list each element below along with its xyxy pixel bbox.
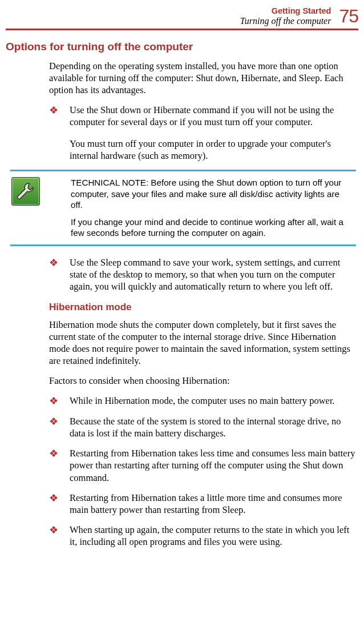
page-number: 75 xyxy=(339,6,358,27)
list-item: ❖ Restarting from Hibernation takes a li… xyxy=(49,492,356,516)
bullet-icon: ❖ xyxy=(49,447,70,483)
note-paragraph: TECHNICAL NOTE: Before using the Shut do… xyxy=(71,177,353,210)
list-item: ❖ Restarting from Hibernation takes less… xyxy=(49,447,356,483)
bullet-icon: ❖ xyxy=(49,395,70,407)
bullet-text: Restarting from Hibernation takes less t… xyxy=(70,447,356,483)
list-item: ❖ Because the state of the system is sto… xyxy=(49,415,356,439)
bullet-text: Restarting from Hibernation takes a litt… xyxy=(70,492,356,516)
bullet-text: Use the Sleep command to save your work,… xyxy=(70,256,356,292)
heading-hibernation: Hibernation mode xyxy=(49,302,356,313)
hibernation-factors-label: Factors to consider when choosing Hibern… xyxy=(49,375,356,387)
list-item: ❖ Use the Shut down or Hibernate command… xyxy=(49,104,356,128)
hibernation-paragraph: Hibernation mode shuts the computer down… xyxy=(49,319,356,367)
list-item: ❖ When starting up again, the computer r… xyxy=(49,524,356,548)
note-paragraph: If you change your mind and decide to co… xyxy=(71,216,353,239)
bullet-icon: ❖ xyxy=(49,524,70,548)
bullet-icon: ❖ xyxy=(49,492,70,516)
section-label: Turning off the computer xyxy=(240,16,331,26)
list-item: ❖ Use the Sleep command to save your wor… xyxy=(49,256,356,292)
chapter-label: Getting Started xyxy=(240,6,331,16)
bullet-icon: ❖ xyxy=(49,256,70,292)
bullet-icon: ❖ xyxy=(49,104,70,128)
list-item: ❖ While in Hibernation mode, the compute… xyxy=(49,395,356,407)
bullet-text: While in Hibernation mode, the computer … xyxy=(70,395,335,407)
sub-paragraph: You must turn off your computer in order… xyxy=(70,138,356,162)
bullet-text: Because the state of the system is store… xyxy=(70,415,356,439)
page: Getting Started Turning off the computer… xyxy=(0,0,364,567)
heading-options: Options for turning off the computer xyxy=(6,41,358,53)
wrench-icon xyxy=(11,177,40,206)
intro-paragraph: Depending on the operating system instal… xyxy=(49,60,356,96)
page-header: Getting Started Turning off the computer… xyxy=(6,6,358,30)
technical-note: TECHNICAL NOTE: Before using the Shut do… xyxy=(10,170,356,246)
bullet-text: When starting up again, the computer ret… xyxy=(70,524,356,548)
note-icon-wrap xyxy=(10,177,71,238)
header-titles: Getting Started Turning off the computer xyxy=(240,6,339,26)
bullet-icon: ❖ xyxy=(49,415,70,439)
note-text: TECHNICAL NOTE: Before using the Shut do… xyxy=(71,177,356,238)
bullet-text: Use the Shut down or Hibernate command i… xyxy=(70,104,356,128)
